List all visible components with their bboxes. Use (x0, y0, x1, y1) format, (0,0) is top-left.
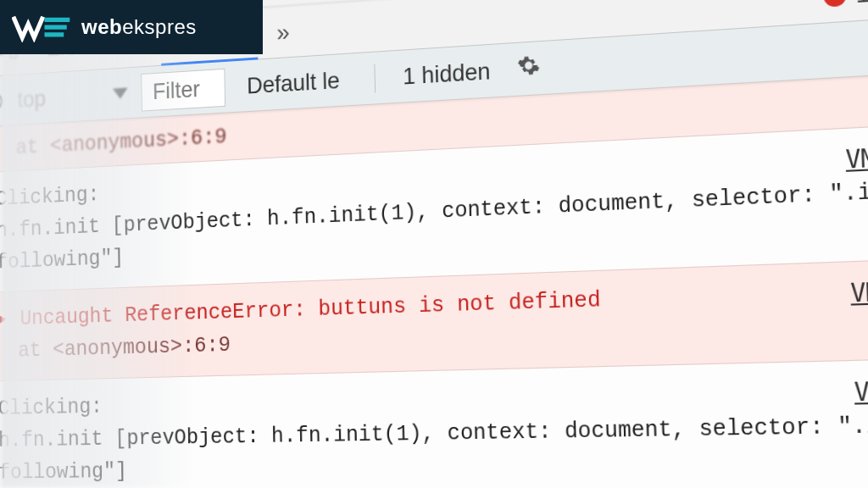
chevrons-icon: » (276, 17, 290, 45)
settings-gear-icon[interactable] (516, 53, 540, 84)
error-count-badge[interactable]: ✕ 101 (822, 0, 868, 10)
overlay-logo: webekspres (0, 0, 263, 54)
levels-label: Default le (247, 67, 340, 98)
logo-text: webekspres (81, 15, 197, 39)
context-selector[interactable]: top (17, 80, 128, 113)
clear-console-icon[interactable]: ⊘ (0, 87, 4, 115)
hidden-messages-count[interactable]: 1 hidden (403, 58, 491, 90)
log-content: h.fn.init [prevObject: h.fn.init(1), con… (0, 412, 868, 485)
console-messages: at <anonymous>:6:9 VM6020:4 Clicking: h.… (0, 69, 868, 488)
more-tabs-button[interactable]: » (270, 17, 297, 47)
error-icon: ✕ (823, 0, 847, 7)
error-count: 101 (854, 0, 868, 8)
source-link[interactable]: VM6020:4 (845, 136, 868, 180)
logo-mark-icon (12, 12, 71, 42)
source-link[interactable]: VM6020:6 (850, 270, 868, 313)
photographed-screen: devex Elements Console » (0, 0, 868, 488)
source-link[interactable]: VM6020:4 (854, 371, 868, 412)
context-label: top (17, 85, 46, 113)
log-content: h.fn.init [prevObject: h.fn.init(1), con… (0, 178, 868, 275)
filter-input[interactable] (141, 68, 225, 111)
separator (375, 64, 376, 92)
log-levels-selector[interactable]: Default le (239, 61, 348, 104)
log-label: Clicking: (0, 394, 103, 421)
chevron-down-icon (113, 88, 128, 100)
log-label: Clicking: (0, 182, 100, 212)
